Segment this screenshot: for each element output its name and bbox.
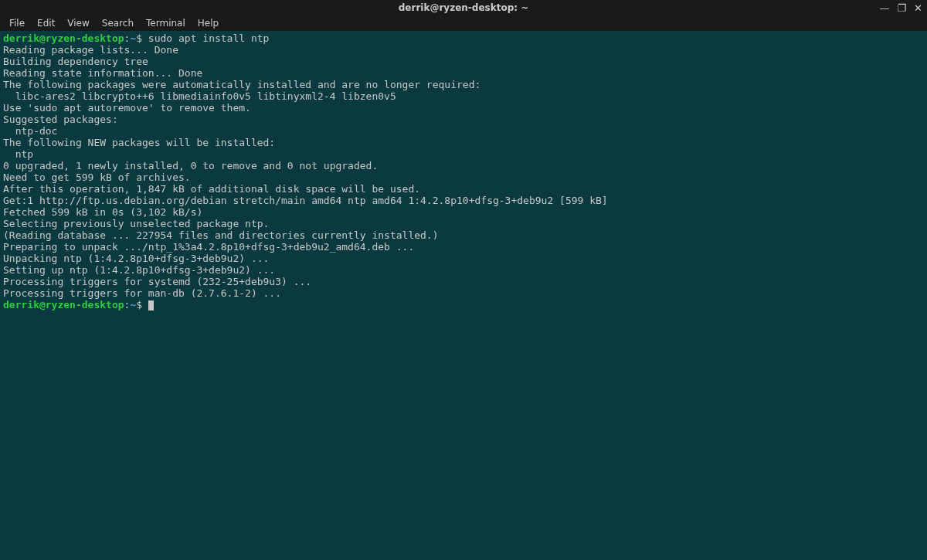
output-line: The following NEW packages will be insta…	[3, 137, 924, 148]
cursor-icon	[148, 300, 154, 311]
window-controls: — ❐ ✕	[879, 3, 922, 13]
menubar: File Edit View Search Terminal Help	[0, 15, 927, 31]
output-line: Building dependency tree	[3, 56, 924, 67]
output-line: (Reading database ... 227954 files and d…	[3, 229, 924, 241]
output-line: Reading package lists... Done	[3, 44, 924, 56]
prompt-userhost: derrik@ryzen-desktop	[3, 32, 124, 44]
command-text: sudo apt install ntp	[148, 32, 270, 44]
output-line: libc-ares2 libcrypto++6 libmediainfo0v5 …	[3, 90, 924, 102]
menu-edit[interactable]: Edit	[31, 16, 61, 30]
prompt-userhost: derrik@ryzen-desktop	[3, 299, 124, 311]
menu-view[interactable]: View	[61, 16, 95, 30]
menu-terminal[interactable]: Terminal	[140, 16, 192, 30]
output-line: After this operation, 1,847 kB of additi…	[3, 183, 924, 195]
prompt-dollar: $	[136, 299, 148, 311]
minimize-icon[interactable]: —	[879, 3, 889, 13]
output-line: Suggested packages:	[3, 114, 924, 125]
output-line: Processing triggers for systemd (232-25+…	[3, 276, 924, 287]
window-titlebar: derrik@ryzen-desktop: ~ — ❐ ✕	[0, 0, 927, 15]
prompt-line: derrik@ryzen-desktop:~$	[3, 299, 924, 311]
output-line: Processing triggers for man-db (2.7.6.1-…	[3, 287, 924, 299]
output-line: The following packages were automaticall…	[3, 79, 924, 90]
output-line: Reading state information... Done	[3, 67, 924, 79]
maximize-icon[interactable]: ❐	[897, 3, 906, 13]
output-line: Fetched 599 kB in 0s (3,102 kB/s)	[3, 206, 924, 218]
output-line: Setting up ntp (1:4.2.8p10+dfsg-3+deb9u2…	[3, 264, 924, 276]
output-line: ntp	[3, 148, 924, 160]
output-line: 0 upgraded, 1 newly installed, 0 to remo…	[3, 160, 924, 171]
menu-help[interactable]: Help	[192, 16, 225, 30]
output-line: Selecting previously unselected package …	[3, 218, 924, 229]
menu-file[interactable]: File	[3, 16, 31, 30]
window-title: derrik@ryzen-desktop: ~	[399, 2, 529, 13]
output-line: Need to get 599 kB of archives.	[3, 171, 924, 183]
output-line: Get:1 http://ftp.us.debian.org/debian st…	[3, 195, 924, 206]
prompt-line: derrik@ryzen-desktop:~$ sudo apt install…	[3, 32, 924, 44]
output-line: ntp-doc	[3, 125, 924, 137]
prompt-dollar: $	[136, 32, 148, 44]
output-line: Preparing to unpack .../ntp_1%3a4.2.8p10…	[3, 241, 924, 253]
close-icon[interactable]: ✕	[914, 3, 922, 13]
output-line: Unpacking ntp (1:4.2.8p10+dfsg-3+deb9u2)…	[3, 253, 924, 264]
output-line: Use 'sudo apt autoremove' to remove them…	[3, 102, 924, 114]
menu-search[interactable]: Search	[96, 16, 140, 30]
terminal-body[interactable]: derrik@ryzen-desktop:~$ sudo apt install…	[0, 31, 927, 312]
